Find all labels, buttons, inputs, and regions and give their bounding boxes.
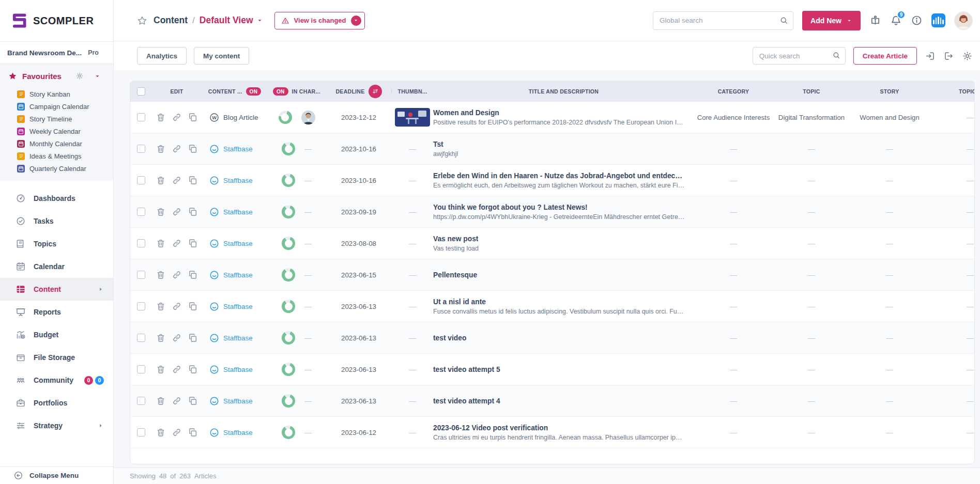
favourites-header[interactable]: Favourites [0,64,113,88]
favourites-settings-icon[interactable] [75,72,84,80]
article-title[interactable]: Women and Design [433,109,499,117]
article-thumbnail[interactable] [395,108,430,127]
favourite-item[interactable]: Quarterly Calendar [0,162,113,175]
table-row[interactable]: Staffbase—2023-06-13—test video attempt … [130,385,974,417]
link-icon[interactable] [172,270,182,280]
thumbnail-cell[interactable]: — [392,145,433,153]
favourite-item[interactable]: Monthly Calendar [0,137,113,150]
delete-icon[interactable] [156,364,166,374]
select-all-checkbox[interactable] [137,87,145,96]
link-icon[interactable] [172,427,182,438]
link-icon[interactable] [172,112,182,122]
thumbnail-cell[interactable]: — [392,365,433,373]
table-row[interactable]: Staffbase—2023-10-16—Erlebe den Wind in … [130,165,974,196]
duplicate-icon[interactable] [188,333,198,343]
thumbnail-cell[interactable]: — [392,176,433,184]
delete-icon[interactable] [156,144,166,154]
link-icon[interactable] [172,175,182,185]
thumbnail-cell[interactable]: — [392,428,433,436]
row-checkbox[interactable] [137,145,145,153]
title-cell[interactable]: Women and DesignPositive results for EUI… [433,109,694,126]
tab-analytics[interactable]: Analytics [137,47,187,65]
link-icon[interactable] [172,238,182,248]
table-settings-gear-icon[interactable] [962,51,973,61]
row-checkbox[interactable] [137,428,145,436]
title-cell[interactable]: Vas new postVas testing load [433,235,694,252]
duplicate-icon[interactable] [188,238,198,248]
content-type-cell[interactable]: Staffbase [202,175,268,186]
column-header-in-charge[interactable]: ON IN CHAR... [268,87,326,96]
table-row[interactable]: Staffbase—2023-06-13—test video———— [130,322,974,354]
table-row[interactable]: Staffbase—2023-10-16—Tstawjfgkhjl———— [130,133,974,165]
duplicate-icon[interactable] [188,270,198,280]
content-type-toggle-badge[interactable]: ON [246,87,262,96]
delete-icon[interactable] [156,207,166,217]
favourite-item[interactable]: Campaign Calendar [0,100,113,113]
column-header-title[interactable]: TITLE AND DESCRIPTION [433,88,694,95]
row-checkbox[interactable] [137,271,145,279]
title-cell[interactable]: Erlebe den Wind in den Haaren - Nutze da… [433,172,694,189]
table-row[interactable]: Staffbase—2023-06-13—test video attempt … [130,354,974,385]
column-header-topic[interactable]: TOPIC [773,88,850,95]
column-header-deadline[interactable]: DEADLINE [326,85,392,98]
column-header-story[interactable]: STORY [850,88,929,95]
delete-icon[interactable] [156,238,166,248]
duplicate-icon[interactable] [188,175,198,185]
duplicate-icon[interactable] [188,112,198,122]
row-checkbox[interactable] [137,302,145,310]
link-icon[interactable] [172,333,182,343]
row-checkbox[interactable] [137,113,145,121]
thumbnail-cell[interactable]: — [392,334,433,342]
table-row[interactable]: Staffbase—2023-06-15—Pellentesque———— [130,259,974,291]
workspace-row[interactable]: Brand Newsroom De... Pro [0,41,113,64]
content-type-cell[interactable]: Staffbase [202,333,268,344]
link-icon[interactable] [172,144,182,154]
guide-book-icon[interactable] [869,14,881,26]
title-cell[interactable]: test video attempt 5 [433,366,694,373]
thumbnail-cell[interactable]: — [392,271,433,279]
duplicate-icon[interactable] [188,396,198,406]
row-checkbox[interactable] [137,176,145,184]
sidebar-item-file-storage[interactable]: File Storage [0,346,113,369]
sidebar-item-tasks[interactable]: Tasks [0,210,113,232]
content-type-cell[interactable]: Staffbase [202,364,268,375]
article-title[interactable]: 2023-06-12 Video post verification [433,424,548,432]
thumbnail-cell[interactable]: — [392,208,433,216]
sidebar-item-calendar[interactable]: Calendar [0,255,113,278]
info-icon[interactable] [911,14,923,26]
title-cell[interactable]: Ut a nisl id anteFusce convallis metus i… [433,298,694,315]
delete-icon[interactable] [156,427,166,438]
content-type-cell[interactable]: Staffbase [202,207,268,217]
link-icon[interactable] [172,207,182,217]
sidebar-item-strategy[interactable]: Strategy [0,414,113,437]
column-header-category[interactable]: CATEGORY [694,88,773,95]
article-title[interactable]: test video attempt 4 [433,397,500,405]
column-header-topics[interactable]: TOPIC/S [929,88,975,95]
favourite-item[interactable]: Ideas & Meetings [0,150,113,162]
table-row[interactable]: Staffbase—2023-06-13—Ut a nisl id anteFu… [130,291,974,322]
in-charge-toggle-badge[interactable]: ON [273,87,288,96]
article-title[interactable]: Erlebe den Wind in den Haaren - Nutze da… [433,172,685,180]
delete-icon[interactable] [156,175,166,185]
favourite-item[interactable]: Story Timeline [0,113,113,125]
favourite-item[interactable]: Story Kanban [0,88,113,100]
duplicate-icon[interactable] [188,144,198,154]
quick-search-input[interactable] [753,47,846,65]
search-icon[interactable] [779,16,788,27]
sidebar-item-reports[interactable]: Reports [0,301,113,323]
global-search-input[interactable] [653,11,793,30]
content-type-cell[interactable]: Staffbase [202,270,268,280]
favourite-toggle-star-icon[interactable] [137,15,147,26]
title-cell[interactable]: test video [433,334,694,342]
table-row[interactable]: WBlog Article2023-12-12Women and DesignP… [130,102,974,133]
content-type-cell[interactable]: Staffbase [202,144,268,154]
sort-descending-icon[interactable] [369,85,382,98]
delete-icon[interactable] [156,396,166,406]
favourite-item[interactable]: Weekly Calendar [0,125,113,137]
favourites-collapse-icon[interactable] [94,73,101,80]
user-avatar[interactable] [954,11,973,30]
tab-my-content[interactable]: My content [194,47,249,65]
delete-icon[interactable] [156,270,166,280]
view-changed-button[interactable]: View is changed [274,12,365,29]
table-row[interactable]: Staffbase—2023-08-08—Vas new postVas tes… [130,228,974,259]
